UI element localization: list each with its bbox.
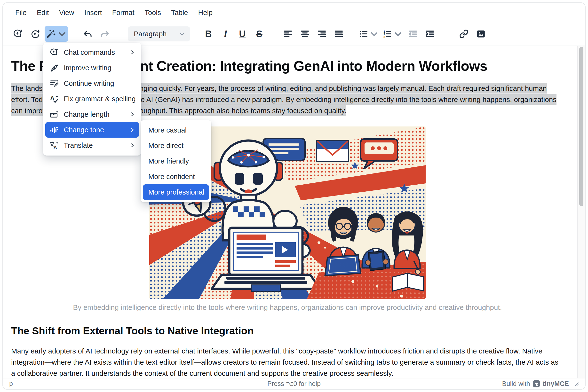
underline-button[interactable]: U [235,26,250,42]
menu-insert[interactable]: Insert [79,6,107,19]
menu-tools[interactable]: Tools [139,6,166,19]
outdent-button[interactable] [406,26,420,42]
italic-button[interactable]: I [218,26,233,42]
branding-prefix: Build with [502,380,530,388]
change-tone-submenu: More casual More direct More friendly Mo… [141,120,211,202]
ai-chat-button[interactable] [11,26,25,42]
document-paragraph2[interactable]: Many early adopters of AI technology rel… [11,346,564,378]
toolbar: Paragraph B I U S [3,22,585,46]
menubar: File Edit View Insert Format Tools Table… [3,3,585,22]
bold-label: B [205,29,212,38]
redo-icon [99,28,110,40]
paragraph-style-value: Paragraph [134,30,167,38]
undo-icon [82,28,93,40]
menu-table[interactable]: Table [166,6,193,19]
change-tone-icon [49,125,59,135]
outdent-icon [407,28,419,40]
menu-edit[interactable]: Edit [32,6,54,19]
align-left-button[interactable] [281,26,295,42]
paragraph-style-select[interactable]: Paragraph [128,26,190,42]
menu-item-chat-commands[interactable]: Chat commands [45,44,139,60]
menu-view[interactable]: View [54,6,79,19]
italic-label: I [224,29,227,39]
align-right-icon [316,28,327,40]
ai-wand-button[interactable] [45,26,68,42]
translate-icon: A [49,140,59,150]
align-right-button[interactable] [315,26,329,42]
chevron-right-icon [129,142,136,148]
indent-icon [424,28,435,40]
menu-item-label: Fix grammar & spelling [64,95,136,103]
chevron-right-icon [129,111,136,118]
svg-text:A: A [54,145,57,150]
link-icon [458,28,469,40]
branding-name: tinyMCE [543,380,569,388]
help-shortcut-text: Press ⌥0 for help [111,380,477,388]
menu-item-label: Translate [64,142,124,150]
menu-help[interactable]: Help [193,6,218,19]
bullet-list-button[interactable] [358,26,380,42]
menu-item-label: Change length [64,110,124,118]
menu-item-improve-writing[interactable]: Improve writing [45,60,139,76]
ai-dropdown-menu: Chat commands Improve writing Continue w… [43,43,141,156]
image-button[interactable] [474,26,488,42]
page: { "menubar": { "items": ["File", "Edit",… [0,0,588,392]
statusbar: p Press ⌥0 for help Build with tinyMCE [3,378,585,389]
chat-commands-icon [49,48,59,57]
chevron-right-icon [129,49,136,56]
bullet-list-icon [358,28,369,40]
menu-item-label: Change tone [64,126,124,134]
magic-wand-icon [45,28,56,40]
strikethrough-label: S [256,29,262,38]
continue-writing-icon [49,78,59,88]
chevron-down-icon [57,28,68,40]
submenu-item-more-confident[interactable]: More confident [143,169,209,184]
menu-format[interactable]: Format [107,6,140,19]
link-button[interactable] [457,26,471,42]
submenu-item-more-friendly[interactable]: More friendly [143,153,209,169]
vertical-scrollbar[interactable] [577,46,585,378]
ai-shortcuts-button[interactable] [28,26,42,42]
ai-shortcuts-icon [29,28,41,40]
indent-button[interactable] [423,26,437,42]
submenu-item-more-casual[interactable]: More casual [143,122,209,138]
bold-button[interactable]: B [201,26,216,42]
menu-item-label: Chat commands [64,48,124,56]
image-icon [475,28,486,40]
improve-writing-icon [49,63,59,73]
document-heading2[interactable]: The Shift from External Tools to Native … [11,325,564,337]
chevron-down-icon [369,28,380,40]
undo-button[interactable] [81,26,95,42]
menu-item-continue-writing[interactable]: Continue writing [45,76,139,91]
submenu-item-more-direct[interactable]: More direct [143,138,209,153]
menu-item-change-tone[interactable]: Change tone [45,122,139,138]
align-justify-button[interactable] [332,26,346,42]
align-justify-icon [333,28,344,40]
menu-file[interactable]: File [10,6,32,19]
svg-text:3: 3 [383,35,385,39]
element-path[interactable]: p [9,380,111,388]
strikethrough-button[interactable]: S [252,26,267,42]
align-center-button[interactable] [298,26,312,42]
menu-item-label: Continue writing [64,80,136,88]
tinymce-logo-icon [532,380,540,388]
change-length-icon [49,110,59,119]
menu-item-translate[interactable]: A Translate [45,138,139,153]
submenu-item-more-professional[interactable]: More professional [143,184,209,200]
chevron-down-icon [393,28,403,40]
chevron-down-icon [179,31,185,37]
menu-item-fix-grammar[interactable]: A Fix grammar & spelling [45,91,139,106]
redo-button[interactable] [98,26,112,42]
numbered-list-button[interactable]: 123 [382,26,403,42]
menu-item-change-length[interactable]: Change length [45,106,139,122]
menu-item-label: Improve writing [64,64,136,72]
scrollbar-thumb[interactable] [579,47,583,206]
align-left-icon [282,28,294,40]
resize-handle[interactable] [573,381,579,386]
branding[interactable]: Build with tinyMCE [477,380,579,388]
fix-grammar-icon: A [49,94,59,104]
image-caption[interactable]: By embedding intelligence directly into … [11,303,564,312]
numbered-list-icon: 123 [382,28,393,40]
ai-chat-icon [12,28,24,40]
chevron-right-icon [129,127,136,133]
